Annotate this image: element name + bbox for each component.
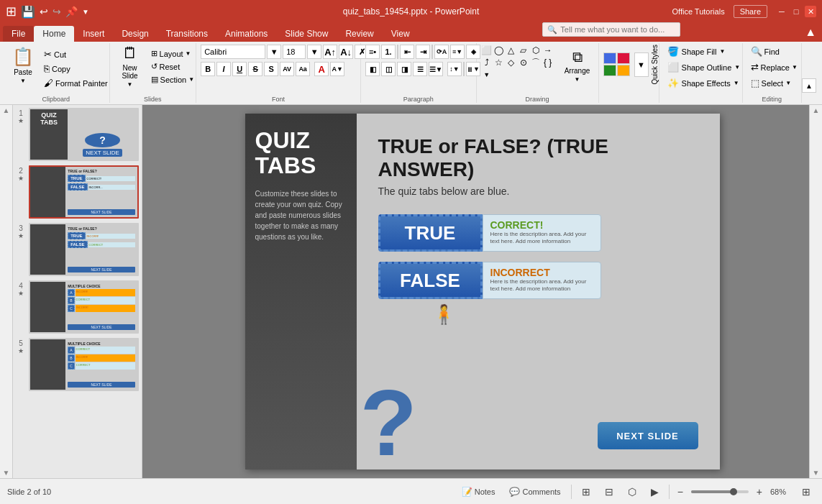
save-icon[interactable]: 💾 bbox=[21, 5, 35, 19]
paste-dropdown-icon[interactable]: ▼ bbox=[20, 78, 26, 84]
canvas-scroll-down[interactable]: ▼ bbox=[813, 469, 820, 477]
tab-insert[interactable]: Insert bbox=[74, 26, 113, 42]
section-button[interactable]: ▤ Section ▼ bbox=[147, 73, 198, 86]
reset-button[interactable]: ↺ Reset bbox=[147, 60, 198, 73]
maximize-button[interactable]: □ bbox=[790, 6, 802, 17]
find-button[interactable]: 🔍 Find bbox=[747, 45, 783, 58]
collapse-ribbon-icon[interactable]: ▲ bbox=[805, 26, 816, 39]
false-button[interactable]: FALSE bbox=[378, 262, 483, 299]
numbering-button[interactable]: 1. bbox=[381, 45, 396, 59]
align-left-button[interactable]: ◧ bbox=[365, 62, 380, 76]
shape-icon-4[interactable]: ▱ bbox=[518, 45, 529, 56]
italic-button[interactable]: I bbox=[216, 62, 231, 76]
strikethrough-button[interactable]: S bbox=[248, 62, 262, 76]
shape-icon-1[interactable]: ⬜ bbox=[481, 45, 493, 56]
align-right-button[interactable]: ◨ bbox=[397, 62, 411, 76]
close-button[interactable]: ✕ bbox=[805, 6, 816, 17]
tab-file[interactable]: File bbox=[3, 26, 34, 42]
reading-view-button[interactable]: ⬡ bbox=[624, 485, 641, 499]
scroll-down-button[interactable]: ▼ bbox=[3, 469, 10, 477]
shape-fill-button[interactable]: 🪣 Shape Fill ▼ bbox=[664, 45, 729, 58]
cut-button[interactable]: ✂ Cut bbox=[40, 47, 111, 61]
tab-view[interactable]: View bbox=[383, 26, 419, 42]
quick-style-1[interactable] bbox=[603, 52, 616, 64]
char-spacing-button[interactable]: AV bbox=[280, 62, 294, 76]
align-justify-button[interactable]: ☰▼ bbox=[429, 62, 443, 76]
undo-icon[interactable]: ↩ bbox=[40, 6, 48, 17]
tab-design[interactable]: Design bbox=[113, 26, 157, 42]
zoom-out-button[interactable]: − bbox=[675, 486, 685, 498]
slide-thumb-3[interactable]: 3 ★ TRUE or FALSE? TRUE INCORR! FALSE CO bbox=[16, 223, 139, 276]
quick-style-2[interactable] bbox=[617, 52, 630, 64]
text-highlight-button[interactable]: A▼ bbox=[330, 62, 344, 76]
next-slide-button[interactable]: NEXT SLIDE bbox=[598, 422, 698, 449]
slide-preview-1[interactable]: QUIZTABS ? NEXT SLIDE bbox=[29, 108, 139, 161]
quick-styles-dropdown[interactable]: ▼ bbox=[634, 52, 649, 77]
decrease-font-button[interactable]: A↓ bbox=[339, 45, 353, 59]
shape-icon-6[interactable]: → bbox=[542, 45, 554, 56]
shape-icon-3[interactable]: △ bbox=[506, 45, 517, 56]
change-case-button[interactable]: Aa bbox=[296, 62, 310, 76]
quick-style-3[interactable] bbox=[603, 65, 616, 76]
notes-button[interactable]: 📝 Notes bbox=[457, 485, 500, 498]
dropdown-arrow-icon[interactable]: ▼ bbox=[82, 8, 89, 16]
true-button[interactable]: TRUE bbox=[378, 214, 483, 252]
zoom-in-button[interactable]: + bbox=[754, 486, 764, 498]
shape-effects-button[interactable]: ✨ Shape Effects ▼ bbox=[664, 76, 743, 90]
bold-button[interactable]: B bbox=[201, 62, 215, 76]
shapes-more[interactable]: ▼ bbox=[481, 69, 493, 81]
collapse-ribbon-button[interactable]: ▲ bbox=[802, 78, 816, 93]
ribbon-search-wrap[interactable]: 🔍 bbox=[542, 22, 680, 37]
slide-thumb-2[interactable]: 2 ★ TRUE or FALSE? TRUE CORRECT! FALSE I bbox=[16, 165, 139, 219]
increase-font-button[interactable]: A↑ bbox=[323, 45, 337, 59]
share-button[interactable]: Share bbox=[734, 5, 767, 18]
fit-slide-button[interactable]: ⊞ bbox=[798, 485, 815, 499]
shape-icon-2[interactable]: ◯ bbox=[493, 45, 505, 56]
align-text-button[interactable]: ≡▼ bbox=[450, 45, 465, 59]
zoom-slider[interactable] bbox=[691, 490, 749, 493]
copy-button[interactable]: ⎘ Copy bbox=[40, 62, 111, 75]
slide-preview-3[interactable]: TRUE or FALSE? TRUE INCORR! FALSE CORREC… bbox=[29, 223, 139, 276]
paste-button[interactable]: 📋 Paste ▼ bbox=[7, 45, 39, 86]
layout-button[interactable]: ⊞ Layout ▼ bbox=[147, 47, 198, 60]
redo-icon[interactable]: ↪ bbox=[52, 6, 61, 17]
shape-icon-8[interactable]: ☆ bbox=[493, 57, 505, 68]
font-color-button[interactable]: A bbox=[314, 62, 329, 76]
slide-sorter-button[interactable]: ⊟ bbox=[600, 485, 618, 499]
tab-review[interactable]: Review bbox=[337, 26, 382, 42]
select-button[interactable]: ⬚ Select ▼ bbox=[747, 76, 795, 90]
font-name-dropdown[interactable]: ▼ bbox=[267, 45, 281, 59]
shape-icon-11[interactable]: ⌒ bbox=[530, 57, 542, 68]
normal-view-button[interactable]: ⊞ bbox=[577, 485, 595, 499]
shape-outline-button[interactable]: ⬜ Shape Outline ▼ bbox=[664, 60, 744, 74]
text-shadow-button[interactable]: S bbox=[264, 62, 278, 76]
text-direction-button[interactable]: ⟳A bbox=[434, 45, 449, 59]
scroll-up-button[interactable]: ▲ bbox=[3, 106, 10, 114]
slide-preview-5[interactable]: MULTIPLE CHOICE ACORRECT BINCORR! CCORRE… bbox=[29, 338, 139, 391]
comments-button[interactable]: 💬 Comments bbox=[505, 485, 565, 498]
zoom-slider-thumb[interactable] bbox=[730, 488, 737, 495]
tab-slideshow[interactable]: Slide Show bbox=[276, 26, 337, 42]
office-tutorials-link[interactable]: Office Tutorials bbox=[672, 7, 724, 16]
replace-button[interactable]: ⇄ Replace ▼ bbox=[747, 60, 801, 74]
slide-thumb-4[interactable]: 4 ★ MULTIPLE CHOICE AINCORR! BCORRECT CI… bbox=[16, 280, 139, 334]
canvas-scroll-up[interactable]: ▲ bbox=[813, 106, 820, 114]
slide-thumb-5[interactable]: 5 ★ MULTIPLE CHOICE ACORRECT BINCORR! CC… bbox=[16, 338, 139, 391]
line-spacing-button[interactable]: ↕▼ bbox=[447, 62, 462, 76]
format-painter-button[interactable]: 🖌 Format Painter bbox=[40, 76, 111, 90]
align-center-button[interactable]: ◫ bbox=[381, 62, 396, 76]
slide-preview-4[interactable]: MULTIPLE CHOICE AINCORR! BCORRECT CINCOR… bbox=[29, 280, 139, 334]
shape-icon-9[interactable]: ◇ bbox=[506, 57, 517, 68]
pin-icon[interactable]: 📌 bbox=[65, 6, 78, 17]
font-size-dropdown[interactable]: ▼ bbox=[307, 45, 321, 59]
tab-home[interactable]: Home bbox=[34, 26, 74, 42]
increase-indent-button[interactable]: ⇥ bbox=[416, 45, 430, 59]
justify-button[interactable]: ☰ bbox=[413, 62, 427, 76]
minimize-button[interactable]: ─ bbox=[776, 6, 787, 17]
shape-icon-5[interactable]: ⬡ bbox=[530, 45, 542, 56]
font-size-input[interactable] bbox=[283, 45, 306, 59]
quick-style-4[interactable] bbox=[617, 65, 630, 76]
shape-icon-7[interactable]: ⤴ bbox=[481, 57, 493, 68]
shape-icon-12[interactable]: { } bbox=[542, 57, 554, 68]
shape-icon-10[interactable]: ⊙ bbox=[518, 57, 529, 68]
